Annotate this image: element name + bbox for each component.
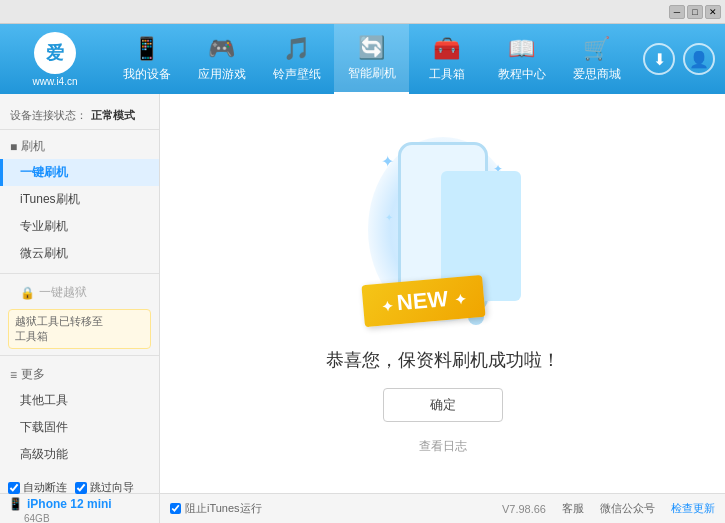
- device-info-area: 📱 iPhone 12 mini: [8, 497, 151, 511]
- skip-wizard-checkbox[interactable]: 跳过向导: [75, 480, 134, 495]
- bottom-links: V7.98.66 客服 微信公众号 检查更新: [502, 501, 715, 516]
- status-label-text: 设备连接状态：: [10, 108, 87, 123]
- device-storage: 64GB: [24, 513, 50, 523]
- new-badge: NEW: [361, 275, 486, 327]
- device-icon: 📱: [8, 497, 23, 511]
- skip-wizard-input[interactable]: [75, 482, 87, 494]
- more-section-header: ≡ 更多: [0, 362, 159, 387]
- nav-items: 📱 我的设备 🎮 应用游戏 🎵 铃声壁纸 🔄 智能刷机 🧰 工具箱 📖 教程中心…: [100, 24, 643, 94]
- flash-section: ■ 刷机 一键刷机 iTunes刷机 专业刷机 微云刷机: [0, 134, 159, 267]
- nav-smart-flash-label: 智能刷机: [348, 65, 396, 82]
- nav-right-buttons: ⬇ 👤: [643, 43, 715, 75]
- nav-ringtones-label: 铃声壁纸: [273, 66, 321, 83]
- itunes-status-area: 阻止iTunes运行: [170, 501, 262, 516]
- ringtones-icon: 🎵: [283, 36, 310, 62]
- nav-tutorial[interactable]: 📖 教程中心: [484, 24, 559, 94]
- more-section-icon: ≡: [10, 368, 17, 382]
- view-log-link[interactable]: 查看日志: [419, 438, 467, 455]
- more-section-label: 更多: [21, 366, 45, 383]
- itunes-status-label: 阻止iTunes运行: [185, 501, 262, 516]
- sidebar-cloud-flash[interactable]: 微云刷机: [0, 240, 159, 267]
- nav-toolbox-label: 工具箱: [429, 66, 465, 83]
- jailbreak-section: 🔒 一键越狱 越狱工具已转移至 工具箱: [0, 280, 159, 349]
- divider-2: [0, 355, 159, 356]
- sidebar-download-firmware[interactable]: 下载固件: [0, 414, 159, 441]
- mall-icon: 🛒: [583, 36, 610, 62]
- smart-flash-icon: 🔄: [358, 35, 385, 61]
- toolbox-icon: 🧰: [433, 36, 460, 62]
- success-card: ✦ ✦ ✦ ✦ NEW 恭喜您，保资料刷机成功啦！ 确定 查看日志: [326, 132, 560, 455]
- main-area: 设备连接状态： 正常模式 ■ 刷机 一键刷机 iTunes刷机 专业刷机 微云刷…: [0, 94, 725, 493]
- user-button[interactable]: 👤: [683, 43, 715, 75]
- success-message: 恭喜您，保资料刷机成功啦！: [326, 348, 560, 372]
- device-name: iPhone 12 mini: [27, 497, 112, 511]
- lock-icon: 🔒: [20, 286, 35, 300]
- jailbreak-section-header: 🔒 一键越狱: [0, 280, 159, 305]
- customer-service-link[interactable]: 客服: [562, 501, 584, 516]
- auto-disconnect-input[interactable]: [8, 482, 20, 494]
- close-button[interactable]: ✕: [705, 5, 721, 19]
- star-1: ✦: [381, 152, 394, 171]
- status-value: 正常模式: [91, 108, 135, 123]
- sidebar-advanced[interactable]: 高级功能: [0, 441, 159, 468]
- maximize-button[interactable]: □: [687, 5, 703, 19]
- top-nav: 爱 www.i4.cn 📱 我的设备 🎮 应用游戏 🎵 铃声壁纸 🔄 智能刷机 …: [0, 24, 725, 94]
- wechat-link[interactable]: 微信公众号: [600, 501, 655, 516]
- flash-section-header: ■ 刷机: [0, 134, 159, 159]
- sidebar: 设备连接状态： 正常模式 ■ 刷机 一键刷机 iTunes刷机 专业刷机 微云刷…: [0, 94, 160, 493]
- logo-area: 爱 www.i4.cn: [10, 32, 100, 87]
- nav-toolbox[interactable]: 🧰 工具箱: [409, 24, 484, 94]
- nav-apps-games[interactable]: 🎮 应用游戏: [184, 24, 259, 94]
- window-controls: ─ □ ✕: [669, 5, 721, 19]
- bottom-left: 自动断连 跳过向导 📱 iPhone 12 mini 64GB Down-12m…: [0, 494, 160, 523]
- nav-mall-label: 爱思商城: [573, 66, 621, 83]
- sidebar-one-click-flash[interactable]: 一键刷机: [0, 159, 159, 186]
- title-bar: ─ □ ✕: [0, 0, 725, 24]
- confirm-button[interactable]: 确定: [383, 388, 503, 422]
- bottom-right: 阻止iTunes运行 V7.98.66 客服 微信公众号 检查更新: [160, 494, 725, 523]
- sidebar-pro-flash[interactable]: 专业刷机: [0, 213, 159, 240]
- logo-url: www.i4.cn: [32, 76, 77, 87]
- apps-games-icon: 🎮: [208, 36, 235, 62]
- flash-section-icon: ■: [10, 140, 17, 154]
- star-3: ✦: [385, 212, 393, 223]
- auto-disconnect-checkbox[interactable]: 自动断连: [8, 480, 67, 495]
- nav-mall[interactable]: 🛒 爱思商城: [559, 24, 634, 94]
- download-button[interactable]: ⬇: [643, 43, 675, 75]
- nav-smart-flash[interactable]: 🔄 智能刷机: [334, 24, 409, 94]
- itunes-block-checkbox[interactable]: [170, 503, 181, 514]
- content-area: ✦ ✦ ✦ ✦ NEW 恭喜您，保资料刷机成功啦！ 确定 查看日志: [160, 94, 725, 493]
- checkbox-group: 自动断连 跳过向导: [8, 480, 151, 495]
- jailbreak-notice: 越狱工具已转移至 工具箱: [8, 309, 151, 349]
- check-update-link[interactable]: 检查更新: [671, 501, 715, 516]
- nav-ringtones[interactable]: 🎵 铃声壁纸: [259, 24, 334, 94]
- logo-icon: 爱: [34, 32, 76, 74]
- nav-tutorial-label: 教程中心: [498, 66, 546, 83]
- version-label: V7.98.66: [502, 503, 546, 515]
- nav-my-device-label: 我的设备: [123, 66, 171, 83]
- nav-my-device[interactable]: 📱 我的设备: [109, 24, 184, 94]
- flash-section-label: 刷机: [21, 138, 45, 155]
- minimize-button[interactable]: ─: [669, 5, 685, 19]
- sidebar-itunes-flash[interactable]: iTunes刷机: [0, 186, 159, 213]
- connection-status: 设备连接状态： 正常模式: [0, 102, 159, 130]
- bottom-bar: 自动断连 跳过向导 📱 iPhone 12 mini 64GB Down-12m…: [0, 493, 725, 523]
- phone-illustration: ✦ ✦ ✦ ✦ NEW: [363, 132, 523, 332]
- nav-apps-games-label: 应用游戏: [198, 66, 246, 83]
- divider-1: [0, 273, 159, 274]
- sidebar-other-tools[interactable]: 其他工具: [0, 387, 159, 414]
- more-section: ≡ 更多 其他工具 下载固件 高级功能: [0, 362, 159, 468]
- my-device-icon: 📱: [133, 36, 160, 62]
- tutorial-icon: 📖: [508, 36, 535, 62]
